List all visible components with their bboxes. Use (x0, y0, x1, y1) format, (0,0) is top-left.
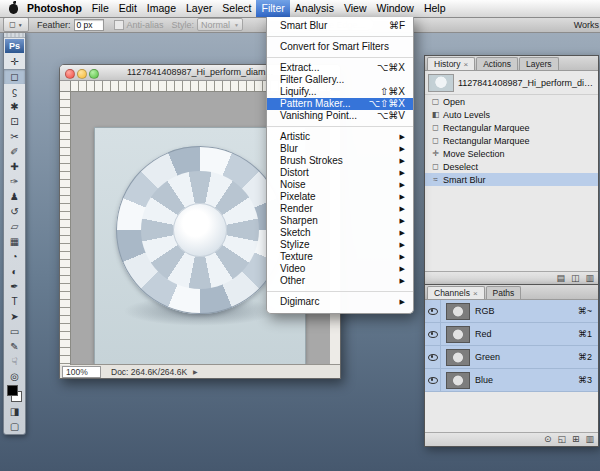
history-brush-tool[interactable]: ↺ (4, 204, 25, 219)
healing-brush-tool[interactable]: ✚ (4, 159, 25, 174)
history-snapshot-row[interactable]: 1127841408987_Hi_perform_diamond (425, 71, 598, 95)
menu-photoshop[interactable]: Photoshop (22, 0, 87, 17)
menu-item-texture[interactable]: Texture▶ (267, 251, 413, 263)
blur-tool[interactable]: ◔ (4, 249, 25, 264)
channel-row-rgb[interactable]: RGB ⌘~ (425, 300, 598, 323)
color-swatches[interactable] (4, 384, 25, 404)
tool-preset-button[interactable]: ◻▼ (3, 17, 29, 32)
menu-item-digimarc[interactable]: Digimarc▶ (267, 296, 413, 308)
shape-tool[interactable]: ▭ (4, 324, 25, 339)
gradient-tool[interactable]: ▦ (4, 234, 25, 249)
zoom-tool[interactable]: ◎ (4, 369, 25, 384)
history-state-row-selected[interactable]: ≈Smart Blur (425, 173, 598, 186)
channel-row-green[interactable]: Green ⌘2 (425, 346, 598, 369)
pen-tool[interactable]: ✒ (4, 279, 25, 294)
dodge-tool[interactable]: ◐ (4, 264, 25, 279)
document-size-info: Doc: 264.6K/264.6K (111, 367, 187, 377)
tab-channels[interactable]: Channels× (427, 286, 485, 299)
delete-channel-icon[interactable]: ▥ (585, 433, 594, 446)
eraser-tool[interactable]: ▱ (4, 219, 25, 234)
path-selection-tool[interactable]: ➤ (4, 309, 25, 324)
foreground-color-swatch[interactable] (7, 385, 18, 396)
rectangular-marquee-tool[interactable]: ◻ (4, 69, 25, 84)
menu-select[interactable]: Select (217, 0, 256, 17)
save-selection-as-channel-icon[interactable]: ◱ (557, 433, 566, 446)
menu-item-video[interactable]: Video▶ (267, 263, 413, 275)
visibility-toggle[interactable] (425, 323, 441, 345)
menu-edit[interactable]: Edit (114, 0, 142, 17)
zoom-level-field[interactable]: 100% (62, 366, 101, 378)
menu-item-distort[interactable]: Distort▶ (267, 167, 413, 179)
history-state-row[interactable]: ◻Rectangular Marquee (425, 121, 598, 134)
apple-menu[interactable] (4, 4, 22, 14)
feather-input[interactable]: 0 px (74, 19, 104, 31)
close-tab-icon[interactable]: × (463, 60, 468, 69)
clone-stamp-tool[interactable]: ♟ (4, 189, 25, 204)
menu-item-liquify[interactable]: Liquify...⇧⌘X (267, 86, 413, 98)
type-tool[interactable]: T (4, 294, 25, 309)
tab-history[interactable]: History× (427, 57, 475, 70)
history-state-row[interactable]: ◻Rectangular Marquee (425, 134, 598, 147)
history-state-row[interactable]: ◧Auto Levels (425, 108, 598, 121)
menu-item-filter-gallery[interactable]: Filter Gallery... (267, 74, 413, 86)
menu-item-blur[interactable]: Blur▶ (267, 143, 413, 155)
marquee-state-icon: ◻ (428, 123, 443, 132)
eye-icon (428, 354, 438, 361)
menu-analysis[interactable]: Analysis (290, 0, 339, 17)
menu-layer[interactable]: Layer (181, 0, 217, 17)
menu-file[interactable]: File (87, 0, 114, 17)
slice-tool[interactable]: ✂ (4, 129, 25, 144)
load-channel-selection-icon[interactable]: ⊙ (544, 433, 552, 446)
tab-actions[interactable]: Actions (476, 57, 518, 70)
close-tab-icon[interactable]: × (473, 289, 478, 298)
menu-item-vanishing-point[interactable]: Vanishing Point...⌥⌘V (267, 110, 413, 122)
channel-row-blue[interactable]: Blue ⌘3 (425, 369, 598, 392)
hand-tool[interactable]: ☟ (4, 354, 25, 369)
deselect-state-icon: ◻ (428, 162, 443, 171)
menu-view[interactable]: View (339, 0, 372, 17)
menu-item-render[interactable]: Render▶ (267, 203, 413, 215)
menu-item-convert-smart-filters[interactable]: Convert for Smart Filters (267, 41, 413, 53)
visibility-toggle[interactable] (425, 300, 441, 322)
menu-item-extract[interactable]: Extract...⌥⌘X (267, 62, 413, 74)
antialias-checkbox (114, 20, 124, 30)
lasso-tool[interactable]: ϛ (4, 84, 25, 99)
zoom-window-button[interactable] (89, 69, 99, 79)
menu-window[interactable]: Window (372, 0, 419, 17)
screen-mode-button[interactable]: ▢ (4, 419, 25, 434)
menu-item-other[interactable]: Other▶ (267, 275, 413, 287)
menu-item-sharpen[interactable]: Sharpen▶ (267, 215, 413, 227)
new-channel-icon[interactable]: ⊞ (572, 433, 580, 446)
quick-mask-button[interactable]: ◨ (4, 404, 25, 419)
quick-selection-tool[interactable]: ✱ (4, 99, 25, 114)
menu-item-brush-strokes[interactable]: Brush Strokes▶ (267, 155, 413, 167)
channel-row-red[interactable]: Red ⌘1 (425, 323, 598, 346)
menu-filter[interactable]: Filter (256, 0, 289, 17)
menu-item-artistic[interactable]: Artistic▶ (267, 131, 413, 143)
menu-item-pattern-maker[interactable]: Pattern Maker...⌥⇧⌘X (267, 98, 413, 110)
eyedropper-tool[interactable]: ✐ (4, 144, 25, 159)
history-state-row[interactable]: ◻Deselect (425, 160, 598, 173)
menu-help[interactable]: Help (419, 0, 451, 17)
tab-paths[interactable]: Paths (486, 286, 522, 299)
tab-layers[interactable]: Layers (519, 57, 559, 70)
notes-tool[interactable]: ✎ (4, 339, 25, 354)
visibility-toggle[interactable] (425, 369, 441, 391)
menu-item-noise[interactable]: Noise▶ (267, 179, 413, 191)
visibility-toggle[interactable] (425, 346, 441, 368)
submenu-arrow-icon: ▶ (400, 203, 405, 215)
minimize-window-button[interactable] (77, 69, 87, 79)
move-tool[interactable]: ✛ (4, 54, 25, 69)
menu-item-sketch[interactable]: Sketch▶ (267, 227, 413, 239)
menu-item-pixelate[interactable]: Pixelate▶ (267, 191, 413, 203)
history-state-row[interactable]: ▢Open (425, 95, 598, 108)
crop-tool[interactable]: ⊡ (4, 114, 25, 129)
history-state-row[interactable]: ✛Move Selection (425, 147, 598, 160)
menu-item-stylize[interactable]: Stylize▶ (267, 239, 413, 251)
status-popup-arrow-icon[interactable]: ▶ (193, 368, 198, 375)
brush-tool[interactable]: ✑ (4, 174, 25, 189)
menu-item-smart-blur[interactable]: Smart Blur⌘F (267, 20, 413, 32)
menu-image[interactable]: Image (142, 0, 181, 17)
close-window-button[interactable] (65, 69, 75, 79)
workspace-menu[interactable]: Works (574, 20, 599, 30)
